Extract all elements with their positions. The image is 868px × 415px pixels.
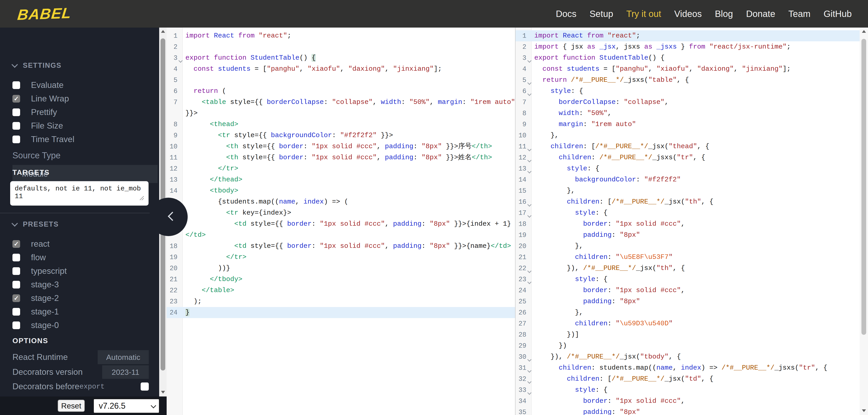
scroll-up-arrow-icon[interactable] — [860, 28, 868, 35]
code-text[interactable]: style: { — [531, 274, 860, 285]
code-text[interactable]: padding: "8px" — [531, 407, 860, 415]
setting-item-file-size[interactable]: ✓File Size — [12, 119, 155, 133]
nav-item-blog[interactable]: Blog — [715, 9, 733, 19]
code-text[interactable]: </td> — [183, 230, 515, 241]
fold-arrow-icon[interactable] — [527, 357, 531, 361]
babel-logo[interactable]: BABEL — [17, 4, 72, 23]
code-text[interactable]: </table> — [183, 285, 515, 296]
code-text[interactable]: import React from "react"; — [183, 30, 515, 41]
code-text[interactable]: style: { — [531, 85, 860, 97]
code-text[interactable]: export function StudentTable() { — [183, 53, 515, 64]
settings-section-header[interactable]: SETTINGS — [12, 62, 62, 70]
nav-item-docs[interactable]: Docs — [556, 9, 576, 19]
decorators-before-checkbox[interactable]: ✓ — [141, 382, 149, 391]
code-text[interactable]: style: { — [531, 207, 860, 218]
code-text[interactable]: }}> — [183, 108, 515, 119]
preset-item-stage-0[interactable]: ✓stage-0 — [12, 318, 155, 332]
output-editor[interactable]: 1import React from "react";2import { jsx… — [516, 28, 860, 415]
code-text[interactable]: const students = ["panghu", "xiaofu", "d… — [183, 64, 515, 74]
checkbox-unchecked-icon[interactable]: ✓ — [12, 81, 20, 89]
setting-item-line-wrap[interactable]: ✓Line Wrap — [12, 92, 155, 105]
preset-item-stage-1[interactable]: ✓stage-1 — [12, 305, 155, 318]
checkbox-unchecked-icon[interactable]: ✓ — [12, 136, 20, 143]
code-text[interactable]: <th style={{ border: "1px solid #ccc", p… — [183, 152, 515, 163]
code-text[interactable]: width: "50%", — [531, 108, 860, 119]
code-text[interactable]: export function StudentTable() { — [531, 53, 860, 64]
presets-section-header[interactable]: PRESETS — [12, 220, 59, 229]
fold-arrow-icon[interactable] — [527, 147, 531, 151]
code-text[interactable]: children: "\u5E8F\u53F7" — [531, 252, 860, 263]
checkbox-unchecked-icon[interactable]: ✓ — [12, 308, 20, 316]
fold-arrow-icon[interactable] — [527, 213, 531, 217]
setting-item-prettify[interactable]: ✓Prettify — [12, 105, 155, 119]
preset-item-stage-3[interactable]: ✓stage-3 — [12, 278, 155, 291]
code-text[interactable]: border: "1px solid #ccc", — [531, 218, 860, 230]
code-text[interactable]: <th style={{ border: "1px solid #ccc", p… — [183, 141, 515, 152]
source-editor[interactable]: 1import React from "react";23export func… — [167, 28, 516, 415]
code-text[interactable]: }) — [531, 340, 860, 351]
babel-version-select[interactable]: v7.26.5 — [93, 399, 159, 413]
nav-item-setup[interactable]: Setup — [589, 9, 613, 19]
code-text[interactable]: style: { — [531, 384, 860, 395]
code-text[interactable]: children: [/*#__PURE__*/_jsx("th", { — [531, 196, 860, 207]
code-text[interactable]: }), /*#__PURE__*/_jsx("tbody", { — [531, 351, 860, 362]
fold-arrow-icon[interactable] — [527, 380, 531, 384]
targets-input[interactable]: defaults, not ie 11, not ie_mob 11 — [10, 181, 149, 206]
code-text[interactable]: </thead> — [183, 174, 515, 185]
fold-arrow-icon[interactable] — [527, 202, 531, 206]
code-text[interactable]: padding: "8px" — [531, 230, 860, 241]
code-text[interactable]: }), /*#__PURE__*/_jsx("th", { — [531, 263, 860, 274]
fold-arrow-icon[interactable] — [527, 269, 531, 273]
fold-arrow-icon[interactable] — [527, 169, 531, 173]
code-text[interactable]: import React from "react"; — [531, 30, 860, 41]
scroll-down-arrow-icon[interactable] — [159, 388, 167, 396]
code-text[interactable]: }, — [531, 307, 860, 318]
code-text[interactable]: ))} — [183, 263, 515, 274]
preset-item-typescript[interactable]: ✓typescript — [12, 264, 155, 278]
code-text[interactable]: </tbody> — [183, 274, 515, 285]
code-text[interactable]: <tr style={{ backgroundColor: "#f2f2f2" … — [183, 130, 515, 141]
code-text[interactable]: children: [/*#__PURE__*/_jsx("td", { — [531, 373, 860, 384]
code-text[interactable]: backgroundColor: "#f2f2f2" — [531, 174, 860, 185]
code-text[interactable]: <td style={{ border: "1px solid #ccc", p… — [183, 241, 515, 252]
code-text[interactable]: }, — [531, 185, 860, 196]
code-text[interactable]: } — [183, 307, 515, 318]
preset-item-react[interactable]: ✓react — [12, 237, 155, 251]
checkbox-checked-icon[interactable]: ✓ — [12, 95, 20, 103]
code-text[interactable]: border: "1px solid #ccc", — [531, 285, 860, 296]
code-text[interactable]: return /*#__PURE__*/_jsxs("table", { — [531, 74, 860, 85]
code-text[interactable]: children: "\u59D3\u540D" — [531, 318, 860, 329]
code-text[interactable]: style: { — [531, 163, 860, 174]
code-text[interactable]: })] — [531, 329, 860, 340]
react-runtime-select[interactable]: Automatic — [98, 350, 149, 364]
code-text[interactable]: </tr> — [183, 252, 515, 263]
setting-item-time-travel[interactable]: ✓Time Travel — [12, 133, 155, 146]
scroll-down-arrow-icon[interactable] — [860, 407, 868, 415]
checkbox-unchecked-icon[interactable]: ✓ — [12, 122, 20, 130]
code-text[interactable]: <tbody> — [183, 185, 515, 196]
code-text[interactable]: <table style={{ borderCollapse: "collaps… — [183, 97, 515, 108]
code-text[interactable]: ); — [183, 296, 515, 307]
fold-arrow-icon[interactable] — [527, 92, 531, 96]
code-text[interactable]: {students.map((name, index) => ( — [183, 196, 515, 207]
code-text[interactable]: children: /*#__PURE__*/_jsxs("tr", { — [531, 152, 860, 163]
code-text[interactable]: }, — [531, 130, 860, 141]
checkbox-checked-icon[interactable]: ✓ — [12, 240, 20, 248]
nav-item-donate[interactable]: Donate — [746, 9, 775, 19]
nav-item-try-it-out[interactable]: Try it out — [626, 9, 661, 19]
code-text[interactable]: children: students.map((name, index) => … — [531, 362, 860, 373]
nav-item-github[interactable]: GitHub — [824, 9, 852, 19]
setting-item-evaluate[interactable]: ✓Evaluate — [12, 78, 155, 92]
checkbox-unchecked-icon[interactable]: ✓ — [12, 267, 20, 275]
checkbox-unchecked-icon[interactable]: ✓ — [12, 281, 20, 288]
fold-arrow-icon[interactable] — [527, 81, 531, 85]
code-text[interactable]: <thead> — [183, 119, 515, 130]
fold-arrow-icon[interactable] — [527, 391, 531, 395]
code-text[interactable]: return ( — [183, 85, 515, 97]
sidebar-collapse-button[interactable] — [149, 198, 188, 236]
checkbox-checked-icon[interactable]: ✓ — [12, 295, 20, 302]
decorators-version-select[interactable]: 2023-11 — [102, 365, 149, 379]
code-text[interactable]: children: [/*#__PURE__*/_jsx("thead", { — [531, 141, 860, 152]
code-text[interactable]: <td style={{ border: "1px solid #ccc", p… — [183, 218, 515, 230]
fold-arrow-icon[interactable] — [178, 59, 183, 63]
